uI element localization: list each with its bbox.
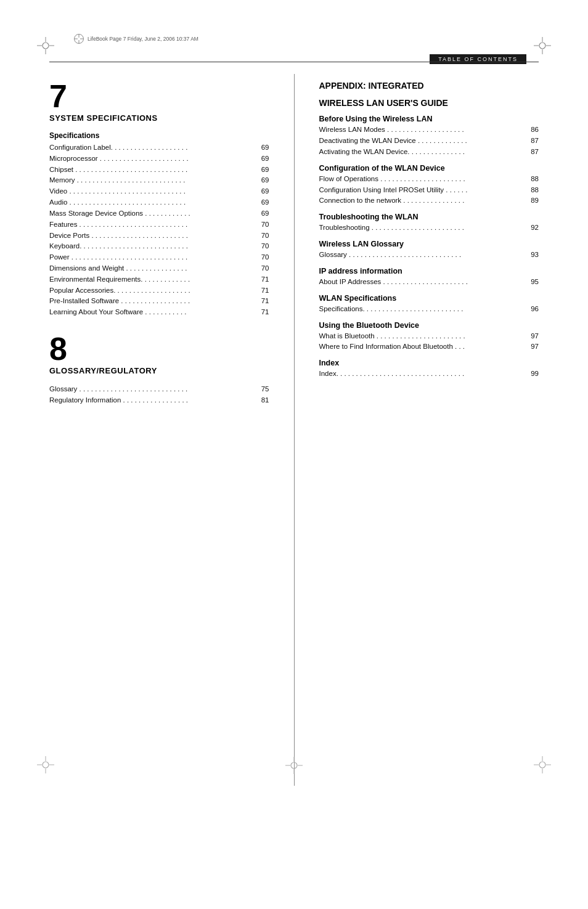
- section-index: Index Index. . . . . . . . . . . . . . .…: [319, 359, 539, 380]
- main-content: 7 SYSTEM SPECIFICATIONS Specifications C…: [49, 74, 539, 786]
- section-wlan-glossary: Wireless LAN Glossary Glossary . . . . .…: [319, 240, 539, 261]
- section-troubleshoot-wlan-header: Troubleshooting the WLAN: [319, 213, 539, 221]
- corner-mark-tl: [37, 37, 54, 54]
- section-wlan-specs-header: WLAN Specifications: [319, 294, 539, 303]
- section-before-wireless: Before Using the Wireless LAN Wireless L…: [319, 115, 539, 157]
- bottom-center-crosshair: [285, 757, 303, 777]
- svg-point-20: [291, 762, 297, 768]
- corner-mark-tr: [534, 37, 551, 54]
- toc-entry-chipset: Chipset . . . . . . . . . . . . . . . . …: [49, 165, 269, 176]
- svg-point-10: [43, 762, 49, 768]
- section-config-wlan: Configuration of the WLAN Device Flow of…: [319, 164, 539, 206]
- column-divider: [294, 74, 295, 786]
- toc-entry-microprocessor: Microprocessor . . . . . . . . . . . . .…: [49, 153, 269, 165]
- toc-entry-learning: Learning About Your Software . . . . . .…: [49, 307, 269, 318]
- toc-entry-keyboard: Keyboard. . . . . . . . . . . . . . . . …: [49, 241, 269, 252]
- toc-entry-audio: Audio . . . . . . . . . . . . . . . . . …: [49, 197, 269, 208]
- toc-right-specs: Specifications. . . . . . . . . . . . . …: [319, 304, 539, 315]
- toc-entry-memory: Memory . . . . . . . . . . . . . . . . .…: [49, 175, 269, 186]
- section-config-wlan-header: Configuration of the WLAN Device: [319, 164, 539, 173]
- section-bluetooth: Using the Bluetooth Device What is Bluet…: [319, 321, 539, 353]
- toc-right-where-bt: Where to Find Information About Bluetoot…: [319, 341, 539, 353]
- file-info-text: LifeBook Page 7 Friday, June 2, 2006 10:…: [88, 36, 198, 42]
- toc-entry-popular-acc: Popular Accessories. . . . . . . . . . .…: [49, 285, 269, 296]
- toc-entry-mass-storage: Mass Storage Device Options . . . . . . …: [49, 208, 269, 219]
- chapter8-title: GLOSSARY/REGULATORY: [49, 366, 269, 375]
- file-info: LifeBook Page 7 Friday, June 2, 2006 10:…: [74, 34, 198, 44]
- chapter8-number: 8: [49, 333, 269, 365]
- section-wlan-glossary-header: Wireless LAN Glossary: [319, 240, 539, 248]
- chapter7-title: SYSTEM SPECIFICATIONS: [49, 113, 269, 123]
- toc-header-band: Table of Contents: [430, 54, 526, 64]
- toc-entry-glossary: Glossary . . . . . . . . . . . . . . . .…: [49, 384, 269, 395]
- toc-right-index: Index. . . . . . . . . . . . . . . . . .…: [319, 369, 539, 380]
- toc-entry-device-ports: Device Ports . . . . . . . . . . . . . .…: [49, 230, 269, 242]
- toc-entry-regulatory: Regulatory Information . . . . . . . . .…: [49, 395, 269, 406]
- toc-entry-features: Features . . . . . . . . . . . . . . . .…: [49, 219, 269, 230]
- toc-right-deactivating: Deactivating the WLAN Device . . . . . .…: [319, 136, 539, 147]
- chapter8-section: 8 GLOSSARY/REGULATORY Glossary . . . . .…: [49, 333, 269, 406]
- section-index-header: Index: [319, 359, 539, 367]
- toc-entry-dimensions: Dimensions and Weight . . . . . . . . . …: [49, 263, 269, 274]
- chapter7-number: 7: [49, 80, 269, 112]
- section-troubleshoot-wlan: Troubleshooting the WLAN Troubleshooting…: [319, 213, 539, 234]
- section-wlan-specs: WLAN Specifications Specifications. . . …: [319, 294, 539, 315]
- appendix-title-line1: APPENDIX: INTEGRATED: [319, 80, 539, 91]
- left-column: 7 SYSTEM SPECIFICATIONS Specifications C…: [49, 74, 269, 786]
- toc-right-glossary: Glossary . . . . . . . . . . . . . . . .…: [319, 250, 539, 261]
- svg-point-15: [539, 762, 545, 768]
- toc-entry-env-req: Environmental Requirements. . . . . . . …: [49, 274, 269, 285]
- toc-right-wlan-modes: Wireless LAN Modes . . . . . . . . . . .…: [319, 124, 539, 136]
- toc-right-proset: Configuration Using Intel PROSet Utility…: [319, 185, 539, 196]
- section-ip-address: IP address information About IP Addresse…: [319, 267, 539, 288]
- section-specifications-heading: Specifications: [49, 131, 269, 140]
- toc-right-flow-ops: Flow of Operations . . . . . . . . . . .…: [319, 174, 539, 185]
- toc-right-troubleshooting: Troubleshooting . . . . . . . . . . . . …: [319, 222, 539, 234]
- section-ip-address-header: IP address information: [319, 267, 539, 275]
- right-column: APPENDIX: INTEGRATED WIRELESS LAN USER'S…: [319, 74, 539, 786]
- toc-entry-video: Video . . . . . . . . . . . . . . . . . …: [49, 186, 269, 197]
- appendix-title-line2: WIRELESS LAN USER'S GUIDE: [319, 97, 539, 108]
- toc-entry-config-label: Configuration Label. . . . . . . . . . .…: [49, 142, 269, 153]
- section-before-wireless-header: Before Using the Wireless LAN: [319, 115, 539, 123]
- toc-entry-power: Power . . . . . . . . . . . . . . . . . …: [49, 252, 269, 263]
- svg-point-0: [43, 43, 49, 49]
- toc-right-what-bt: What is Bluetooth . . . . . . . . . . . …: [319, 331, 539, 342]
- chapter7-toc-entries: Configuration Label. . . . . . . . . . .…: [49, 142, 269, 318]
- toc-right-about-ip: About IP Addresses . . . . . . . . . . .…: [319, 277, 539, 288]
- toc-right-activating: Activating the WLAN Device. . . . . . . …: [319, 147, 539, 158]
- section-bluetooth-header: Using the Bluetooth Device: [319, 321, 539, 330]
- top-divider: [49, 62, 539, 62]
- svg-point-5: [539, 43, 545, 49]
- toc-entry-pre-installed: Pre-Installed Software . . . . . . . . .…: [49, 296, 269, 307]
- appendix-title-block: APPENDIX: INTEGRATED WIRELESS LAN USER'S…: [319, 80, 539, 108]
- toc-right-connection: Connection to the network . . . . . . . …: [319, 195, 539, 206]
